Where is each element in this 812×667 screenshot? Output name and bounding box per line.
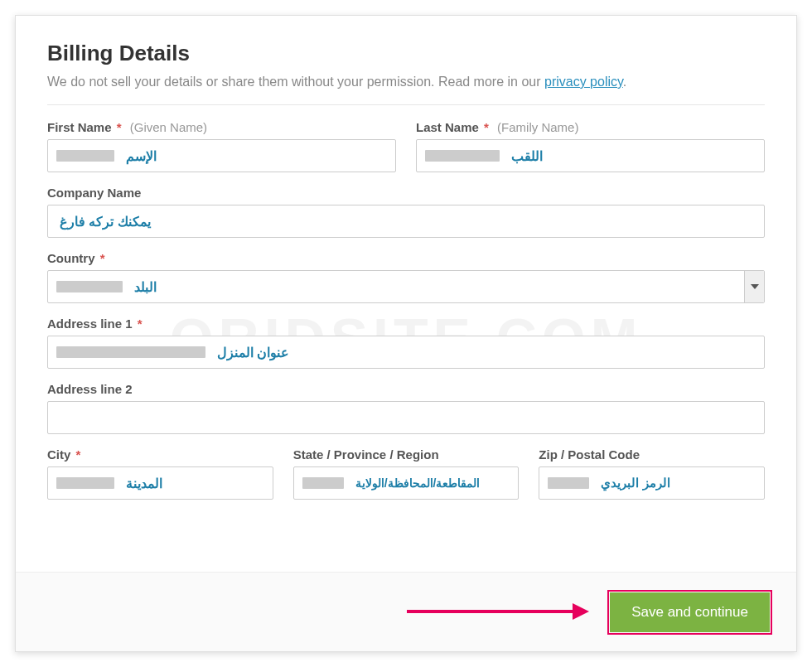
label-text: State / Province / Region	[293, 447, 439, 462]
divider	[47, 104, 765, 105]
arrow-icon	[407, 602, 589, 621]
label-first-name: First Name * (Given Name)	[47, 120, 396, 134]
row-city-state-zip: City * المدينة State / Province / Region…	[47, 447, 765, 500]
label-text: Zip / Postal Code	[539, 447, 640, 462]
label-text: Last Name	[416, 120, 479, 134]
subtitle-pre: We do not sell your details or share the…	[47, 75, 544, 89]
page-subtitle: We do not sell your details or share the…	[47, 75, 765, 89]
form-area: Billing Details We do not sell your deta…	[16, 16, 796, 533]
address2-input[interactable]	[47, 401, 765, 434]
label-text: Country	[47, 251, 95, 265]
annotation-address1: عنوان المنزل	[217, 345, 289, 360]
label-text: First Name	[47, 120, 112, 134]
label-text: Address line 1	[47, 317, 133, 331]
save-continue-button[interactable]: Save and continue	[610, 592, 770, 632]
svg-marker-1	[573, 603, 589, 620]
address1-input[interactable]: عنوان المنزل	[47, 336, 765, 369]
field-city: City * المدينة	[47, 447, 273, 500]
label-state: State / Province / Region	[293, 447, 520, 462]
field-company: Company Name يمكنك تركه فارغ	[47, 186, 765, 238]
chevron-down-icon[interactable]	[744, 271, 764, 302]
row-address1: Address line 1 * عنوان المنزل	[47, 317, 765, 369]
row-country: Country * البلد	[47, 251, 765, 303]
annotation-state: المقاطعة/المحافظة/الولاية	[355, 476, 481, 490]
subtitle-post: .	[623, 75, 626, 89]
field-address1: Address line 1 * عنوان المنزل	[47, 317, 765, 369]
label-company: Company Name	[47, 186, 765, 200]
last-name-input[interactable]: اللقب	[416, 139, 765, 172]
field-last-name: Last Name * (Family Name) اللقب	[416, 120, 765, 172]
city-input[interactable]: المدينة	[47, 466, 273, 500]
first-name-input[interactable]: الإسم	[47, 139, 396, 172]
required-mark: *	[117, 120, 122, 134]
label-hint: (Family Name)	[497, 120, 578, 134]
company-input[interactable]: يمكنك تركه فارغ	[47, 205, 765, 238]
annotation-last-name: اللقب	[511, 148, 543, 164]
required-mark: *	[484, 120, 489, 134]
required-mark: *	[100, 251, 105, 265]
billing-form-panel: ORIDSITE.COM Billing Details We do not s…	[15, 15, 797, 652]
field-state: State / Province / Region المقاطعة/المحا…	[293, 447, 520, 500]
label-hint: (Given Name)	[130, 120, 207, 134]
field-address2: Address line 2	[47, 382, 765, 434]
label-address1: Address line 1 *	[47, 317, 765, 331]
label-text: Company Name	[47, 186, 141, 200]
field-zip: Zip / Postal Code الرمز البريدي	[539, 447, 765, 500]
state-input[interactable]: المقاطعة/المحافظة/الولاية	[293, 466, 520, 500]
label-text: Address line 2	[47, 382, 133, 396]
redacted-bar	[425, 150, 500, 162]
field-country: Country * البلد	[47, 251, 765, 303]
row-address2: Address line 2	[47, 382, 765, 434]
required-mark: *	[138, 317, 143, 331]
redacted-bar	[548, 477, 589, 489]
redacted-bar	[56, 477, 114, 489]
redacted-bar	[56, 346, 205, 358]
annotation-company: يمكنك تركه فارغ	[60, 214, 151, 230]
label-text: City	[47, 447, 70, 462]
footer-bar: Save and continue	[16, 572, 796, 651]
redacted-bar	[56, 150, 114, 162]
required-mark: *	[76, 447, 81, 462]
label-city: City *	[47, 447, 273, 462]
row-name: First Name * (Given Name) الإسم Last Nam…	[47, 120, 765, 172]
redacted-bar	[302, 477, 344, 489]
zip-input[interactable]: الرمز البريدي	[539, 466, 765, 500]
page-title: Billing Details	[47, 41, 765, 66]
privacy-policy-link[interactable]: privacy policy	[544, 75, 623, 89]
annotation-city: المدينة	[126, 476, 162, 491]
annotation-first-name: الإسم	[126, 148, 157, 164]
annotation-country: البلد	[134, 279, 157, 295]
label-last-name: Last Name * (Family Name)	[416, 120, 765, 134]
annotation-zip: الرمز البريدي	[601, 476, 669, 491]
row-company: Company Name يمكنك تركه فارغ	[47, 186, 765, 238]
field-first-name: First Name * (Given Name) الإسم	[47, 120, 396, 172]
country-select[interactable]: البلد	[47, 270, 765, 303]
redacted-bar	[56, 281, 123, 292]
label-zip: Zip / Postal Code	[539, 447, 765, 462]
label-address2: Address line 2	[47, 382, 765, 396]
label-country: Country *	[47, 251, 765, 265]
